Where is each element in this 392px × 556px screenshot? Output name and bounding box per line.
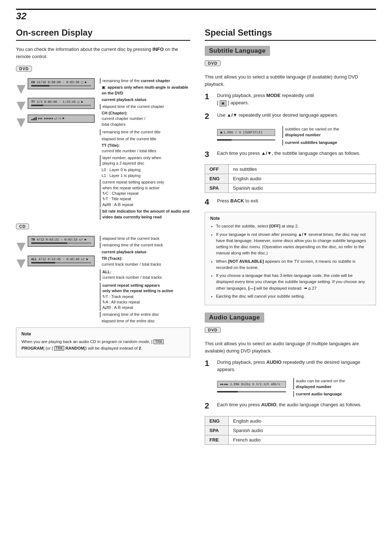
page-number: 32 bbox=[16, 11, 26, 22]
ann-remaining-title: remaining time of the current title bbox=[100, 129, 190, 135]
subtitle-ann-1: subtitles can be varied on thedisplayed … bbox=[282, 126, 339, 138]
ann-repeat-cd: current repeat setting appearsonly when … bbox=[100, 283, 190, 311]
osd-title: On-screen Display bbox=[16, 28, 190, 41]
note-title: Note bbox=[21, 331, 185, 337]
table-row: ENG English audio bbox=[205, 416, 376, 426]
audio-option-key-eng: ENG bbox=[205, 416, 229, 426]
option-key-spa: SPA bbox=[205, 184, 229, 193]
right-column: Special Settings Subtitle Language DVD T… bbox=[205, 28, 376, 449]
left-column: On-screen Display You can check the info… bbox=[16, 28, 190, 449]
option-value-spa: Spanish audio bbox=[229, 184, 376, 193]
ann-multiangle: ▣: appears only when multi-angle is avai… bbox=[100, 85, 190, 96]
subtitle-display-text: 1.ENG / 6 (SUBTITLE) bbox=[223, 131, 262, 134]
osd-note: Note When you are playing back an audio … bbox=[16, 327, 190, 357]
audio-option-key-fre: FRE bbox=[205, 435, 229, 444]
note-item: Ejecting the disc will cancel your subti… bbox=[216, 293, 371, 299]
table-row: SPA Spanish audio bbox=[205, 184, 376, 193]
ann-remaining-disc: remaining time of the entire disc bbox=[100, 312, 190, 317]
step2-text: Use ▲/▼ repeatedly until your desired la… bbox=[217, 112, 376, 119]
dvd-screen-ch: CH 11/16 0:00:00 - 0:03:30 ▢ ► bbox=[28, 78, 95, 89]
cd-badge-osd: CD bbox=[16, 223, 190, 233]
subtitle-display-annotations: subtitles can be varied on thedisplayed … bbox=[282, 126, 339, 145]
ann-elapsed-title: elapsed time of the current title bbox=[100, 136, 190, 142]
audio-intro: This unit allows you to select an audio … bbox=[205, 340, 376, 354]
subtitle-note: Note To cancel the subtitle, select [OFF… bbox=[205, 212, 376, 305]
dvd-diagram: ▼ CH 11/16 0:00:00 - 0:03:30 ▢ ► bbox=[16, 78, 190, 220]
option-value-off: no subtitles bbox=[229, 165, 376, 174]
ann-l0: L0 : Layer 0 is playing L1 : Layer 1 is … bbox=[100, 167, 190, 178]
audio-option-value-spa: Spanish audio bbox=[229, 426, 376, 435]
subtitle-section: Subtitle Language DVD This unit allows y… bbox=[205, 46, 376, 305]
option-key-eng: ENG bbox=[205, 174, 229, 184]
ann-cd-playback-status: current playback status bbox=[100, 249, 190, 255]
cd-screen-all: ALL 4/12 0:13:45 - 0:45:40 ↻T ► bbox=[28, 255, 95, 266]
subtitle-step4: 4 Press BACK to exit. bbox=[205, 197, 376, 207]
note-item: When [NOT AVAILABLE] appears on the TV s… bbox=[216, 258, 371, 271]
cd-diagram: ▼ TR 4/12 0:03:21 - 0:02:15 ↻T ► bbox=[16, 236, 190, 324]
step-number-2: 2 bbox=[205, 112, 213, 121]
audio-option-value-eng: English audio bbox=[229, 416, 376, 426]
special-settings-title: Special Settings bbox=[205, 28, 376, 41]
note-text: When you are playing back an audio CD in… bbox=[21, 339, 185, 351]
step-number-1: 1 bbox=[205, 92, 213, 101]
ann-elapsed-chapter: elapsed time of the current chapter bbox=[100, 104, 190, 109]
subtitle-intro: This unit allows you to select a subtitl… bbox=[205, 73, 376, 88]
audio-ann-1: audio can be varied on thedisplayed numb… bbox=[293, 378, 345, 390]
ann-tt: TT (Title):current title number / total … bbox=[100, 143, 190, 154]
note-item: If your language is not shown after pres… bbox=[216, 231, 371, 257]
osd-intro: You can check the information about the … bbox=[16, 46, 190, 60]
audio-option-key-spa: SPA bbox=[205, 426, 229, 435]
subtitle-dvd-badge: DVD bbox=[205, 60, 376, 70]
audio-step1: 1 During playback, press AUDIO repeatedl… bbox=[205, 359, 376, 373]
audio-option-value-fre: French audio bbox=[229, 435, 376, 444]
subtitle-section-header: Subtitle Language bbox=[205, 46, 270, 56]
subtitle-options-table: OFF no subtitles ENG English audio SPA S… bbox=[205, 164, 376, 193]
audio-dvd-badge: DVD bbox=[205, 327, 376, 337]
subtitle-step1: 1 During playback, press MODE repeatedly… bbox=[205, 92, 376, 106]
subtitle-ann-2: current subtitles language bbox=[282, 140, 339, 145]
audio-section: Audio Language DVD This unit allows you … bbox=[205, 313, 376, 445]
table-row: OFF no subtitles bbox=[205, 165, 376, 174]
table-row: FRE French audio bbox=[205, 435, 376, 444]
audio-display-area: ►► ▶▶ 1.ENG Dolby D 3/2.1ch 48k/s audio … bbox=[217, 378, 376, 397]
table-row: ENG English audio bbox=[205, 174, 376, 184]
ann-ch: CH (Chapter):current chapter number /tot… bbox=[100, 110, 190, 127]
dvd-screen-bitrate: ▮▮▮ ▮▮▮▮▮▮ ↻T L1 ► bbox=[28, 114, 95, 123]
ann-layer: layer number, appears only whenplaying a… bbox=[100, 155, 190, 166]
ann-all: ALL:current track number / total tracks bbox=[100, 269, 190, 281]
step4-text: Press BACK to exit. bbox=[217, 197, 376, 205]
signal-bars-icon bbox=[31, 117, 37, 120]
audio-display-text: ▶▶ 1.ENG Dolby D 3/2.1ch 48k/s bbox=[225, 382, 280, 386]
ann-playback-status: current playback status bbox=[100, 97, 190, 102]
audio-step-number-1: 1 bbox=[205, 359, 213, 368]
subtitle-step2: 2 Use ▲/▼ repeatedly until your desired … bbox=[205, 112, 376, 121]
subtitle-display: ▣ 1.ENG / 6 (SUBTITLE) bbox=[217, 129, 275, 136]
cd-screen-tr: TR 4/12 0:03:21 - 0:02:15 ↻T ► bbox=[28, 236, 95, 247]
step-number-3: 3 bbox=[205, 150, 213, 159]
ann-elapsed-disc: elapsed time of the entire disc bbox=[100, 318, 190, 324]
page-wrapper: 32 On-screen Display You can check the i… bbox=[0, 0, 392, 556]
ann-repeat-dvd: current repeat setting appears onlywhen … bbox=[100, 180, 190, 208]
table-row: SPA Spanish audio bbox=[205, 426, 376, 435]
audio-step-number-2: 2 bbox=[205, 401, 213, 411]
ann-elapsed-track: elapsed time of the current track bbox=[100, 236, 190, 241]
audio-section-header: Audio Language bbox=[205, 313, 264, 323]
subtitle-display-area: ▣ 1.ENG / 6 (SUBTITLE) subtitles can be … bbox=[217, 126, 376, 145]
audio-step2: 2 Each time you press AUDIO, the audio l… bbox=[205, 401, 376, 411]
audio-step1-text: During playback, press AUDIO repeatedly … bbox=[217, 359, 376, 373]
info-key: INFO bbox=[152, 47, 164, 52]
audio-step2-text: Each time you press AUDIO, the audio lan… bbox=[217, 401, 376, 408]
main-content: On-screen Display You can check the info… bbox=[16, 28, 376, 449]
note-item: To cancel the subtitle, select [OFF] at … bbox=[216, 223, 371, 229]
ann-remaining-chapter: remaining time of the current chapter bbox=[100, 78, 190, 84]
subtitle-step3: 3 Each time you press ▲/▼, the subtitle … bbox=[205, 150, 376, 159]
step1-text: During playback, press MODE repeatedly u… bbox=[217, 92, 376, 106]
option-key-off: OFF bbox=[205, 165, 229, 174]
ann-bitrate: bit rate indication for the amount of au… bbox=[100, 209, 190, 220]
option-value-eng: English audio bbox=[229, 174, 376, 184]
audio-ann-2: current audio language bbox=[293, 391, 345, 397]
dvd-screen-tt: TT 1/3 0:00:00 - 1:23:45 ▢ ► bbox=[28, 98, 95, 109]
step-number-4: 4 bbox=[205, 197, 213, 207]
dvd-badge-osd: DVD bbox=[16, 66, 190, 75]
audio-display-annotations: audio can be varied on thedisplayed numb… bbox=[293, 378, 345, 397]
